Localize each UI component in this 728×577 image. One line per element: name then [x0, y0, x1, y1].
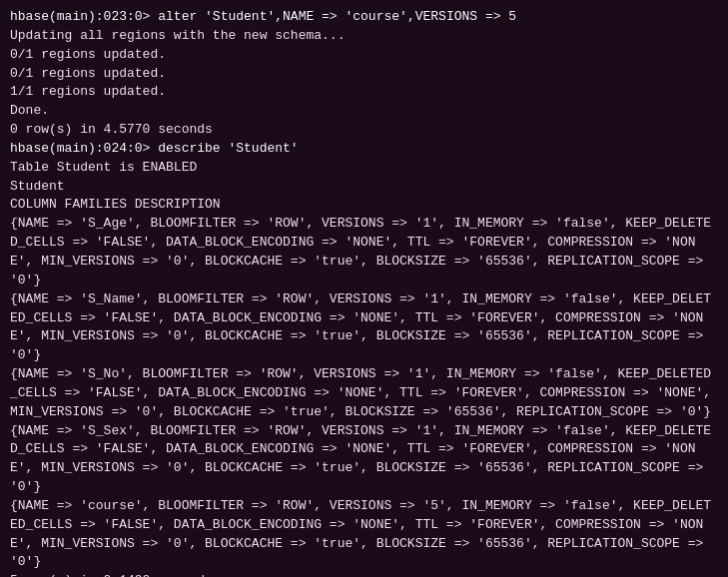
- terminal-content: hbase(main):023:0> alter 'Student',NAME …: [10, 8, 718, 577]
- terminal-line: {NAME => 'S_Sex', BLOOMFILTER => 'ROW', …: [10, 422, 718, 497]
- terminal-line: Student: [10, 178, 718, 197]
- terminal-line: Updating all regions with the new schema…: [10, 27, 718, 46]
- terminal-line: 0 row(s) in 4.5770 seconds: [10, 121, 718, 140]
- terminal-line: 0/1 regions updated.: [10, 46, 718, 65]
- terminal-line: 0/1 regions updated.: [10, 65, 718, 84]
- terminal-line: {NAME => 'course', BLOOMFILTER => 'ROW',…: [10, 497, 718, 572]
- terminal-line: {NAME => 'S_Age', BLOOMFILTER => 'ROW', …: [10, 215, 718, 289]
- terminal-line: hbase(main):023:0> alter 'Student',NAME …: [10, 8, 718, 27]
- terminal-line: {NAME => 'S_No', BLOOMFILTER => 'ROW', V…: [10, 365, 718, 422]
- terminal-line: Done.: [10, 102, 718, 121]
- terminal-window[interactable]: hbase(main):023:0> alter 'Student',NAME …: [10, 8, 718, 577]
- terminal-line: Table Student is ENABLED: [10, 159, 718, 178]
- terminal-line: 5 row(s) in 0.1490 seconds: [10, 572, 718, 577]
- terminal-line: 1/1 regions updated.: [10, 83, 718, 102]
- terminal-line: {NAME => 'S_Name', BLOOMFILTER => 'ROW',…: [10, 290, 718, 365]
- terminal-line: hbase(main):024:0> describe 'Student': [10, 140, 718, 159]
- terminal-line: COLUMN FAMILIES DESCRIPTION: [10, 196, 718, 215]
